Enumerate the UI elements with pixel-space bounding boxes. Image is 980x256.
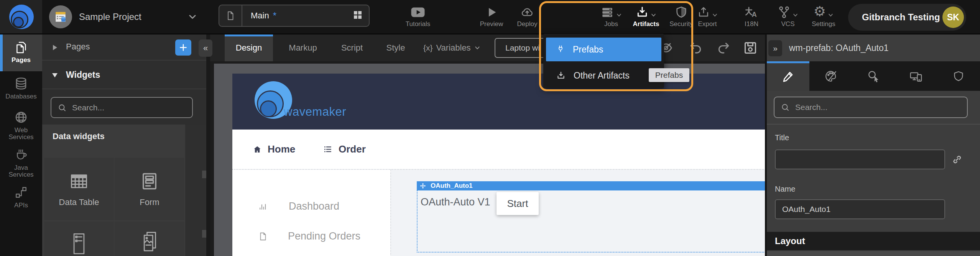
data-widgets-section: Data widgets Data Table Form [42,125,206,256]
device-label: Laptop wi [505,43,540,53]
apis-icon [14,185,28,199]
form-icon [140,171,159,191]
tab-properties[interactable] [767,61,809,91]
export-upload-icon [697,6,710,19]
rail-item-java-services[interactable]: Java Services [0,145,42,180]
tab-security[interactable] [937,61,980,91]
menu-item-dashboard[interactable]: Dashboard [232,200,391,212]
widget-search-input[interactable] [72,103,186,112]
toolbar-deploy[interactable]: Deploy [502,3,552,27]
expand-panel-button[interactable]: » [768,40,782,56]
selected-widget-name: OAuth_Auto1 [431,182,473,190]
cards-icon [140,231,159,256]
dashboard-bars-icon [258,201,269,212]
tab-markup[interactable]: Markup [279,34,327,61]
play-icon [485,6,498,19]
database-icon [14,77,28,90]
svg-text:A: A [752,11,757,18]
menu-item-prefabs[interactable]: Prefabs [546,38,661,61]
pages-icon [15,41,28,54]
variables-menu[interactable]: {x} Variables [423,34,480,61]
rail-item-web-services[interactable]: Web Services [0,108,42,143]
wavemaker-logo[interactable] [0,0,42,33]
rail-item-databases[interactable]: Databases [0,74,42,107]
bind-link-icon[interactable] [952,154,962,165]
pencil-icon [782,70,794,82]
add-page-button[interactable] [175,39,191,56]
chevron-down-icon [828,12,834,18]
artifacts-dropdown: Prefabs Other Artifacts [543,34,664,88]
save-button[interactable] [742,40,758,56]
order-list-icon [322,144,333,154]
chevron-down-icon [712,12,718,18]
start-button[interactable]: Start [497,192,539,215]
collapse-panel-button[interactable]: « [199,39,212,57]
selected-widget-body[interactable]: OAuth-Auto V1 Start [417,190,765,253]
tab-styles[interactable] [809,61,852,91]
undo-button[interactable] [688,40,704,56]
active-indicator [0,34,3,71]
title-field-input[interactable] [775,149,945,169]
widgets-section-header[interactable]: Widgets [42,61,206,89]
nav-item-home[interactable]: Home [253,130,295,169]
widgets-section-label: Widgets [66,70,100,80]
tab-style[interactable]: Style [377,34,414,61]
tab-events[interactable] [852,61,894,91]
plug-icon [556,45,565,54]
widget-tile-data-table[interactable]: Data Table [44,158,114,220]
chevron-down-icon [793,12,798,18]
device-selector-button[interactable]: Laptop wi [495,38,548,58]
palette-icon [824,70,837,83]
data-table-icon [68,171,90,191]
page-tab-label: Main [242,11,269,21]
toolbar-tutorials[interactable]: Tutorials [393,3,443,27]
variables-label: Variables [436,43,471,53]
toolbar-settings[interactable]: ⚙ Settings [799,3,848,27]
undo-icon [689,41,703,55]
next-section-strip [767,251,980,256]
menu-item-pending-orders[interactable]: Pending Orders [232,230,391,242]
app-nav-bar: Home Order [232,130,765,170]
name-field-input[interactable] [775,199,945,219]
app-content: Dashboard Pending Orders OAuth_Auto1 OAu… [232,170,765,256]
avatar[interactable]: SK [942,7,964,28]
shield-outline-icon [952,70,965,82]
chevron-down-icon [474,45,480,51]
properties-panel: » wm-prefab: OAuth_Auto1 Title Name Layo… [767,34,980,256]
canvas-toolbar: Design Markup Script Style {x} Variables… [210,34,765,61]
app-logo-wave-core [260,100,277,117]
tab-design[interactable]: Design [225,34,273,61]
inspector-tabs [767,61,980,91]
widget-tile-list[interactable] [44,222,114,256]
project-name[interactable]: Sample Project [79,0,141,33]
cloud-upload-icon [520,6,534,19]
page-tab-main[interactable]: Main * [219,5,370,27]
layout-section-header[interactable]: Layout [767,232,980,250]
save-floppy-icon [743,41,758,55]
pages-section-header[interactable]: Pages [42,34,206,61]
magnifier-cursor-icon [867,70,880,83]
redo-button[interactable] [715,40,732,56]
gear-icon: ⚙ [814,4,826,19]
account-pill[interactable]: Gitbranch Testing SK [848,4,966,31]
plus-icon [178,43,188,53]
panel-overflow-sliver [185,125,206,256]
redo-icon [716,41,731,55]
project-chevron-down-icon[interactable] [187,11,198,22]
rail-item-apis[interactable]: APIs [0,182,42,215]
page-layout-grid-icon[interactable] [352,9,363,22]
nav-item-order[interactable]: Order [322,130,366,169]
page-dirty-indicator: * [273,10,276,21]
widget-tile-form[interactable]: Form [115,158,184,220]
inspector-title: wm-prefab: OAuth_Auto1 [789,34,889,61]
selected-widget-header[interactable]: OAuth_Auto1 [417,181,765,190]
widget-tile-cards[interactable] [115,222,184,256]
tab-devices[interactable] [895,61,937,91]
rail-item-pages[interactable]: Pages [0,34,42,71]
toolbar-export[interactable]: Export [682,3,732,27]
menu-item-other-artifacts[interactable]: Other Artifacts [546,64,661,87]
property-search-input[interactable] [795,103,961,112]
prefabs-tooltip: Prefabs [649,68,689,82]
tab-script[interactable]: Script [332,34,372,61]
page-doc-icon [219,5,242,26]
